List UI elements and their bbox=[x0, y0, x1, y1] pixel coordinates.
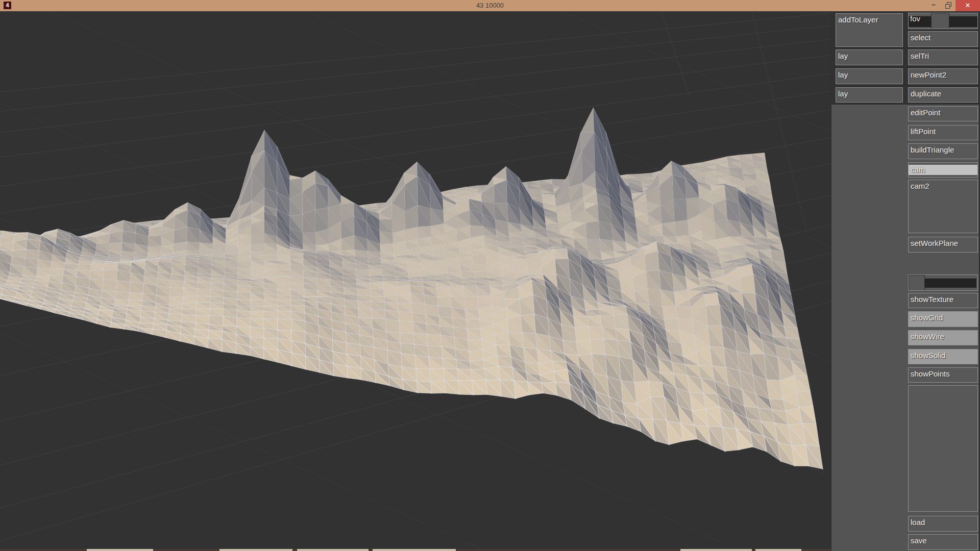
select-button[interactable]: select bbox=[908, 31, 978, 47]
close-button[interactable]: ✕ bbox=[955, 0, 980, 11]
bottom-strip bbox=[0, 549, 831, 551]
save-button[interactable]: save bbox=[908, 534, 978, 550]
strip-segment bbox=[87, 549, 153, 551]
strip-segment bbox=[373, 549, 456, 551]
cam-button[interactable]: cam bbox=[908, 162, 978, 178]
showpoints-toggle[interactable]: showPoints bbox=[908, 367, 978, 383]
lay-button-3[interactable]: lay bbox=[836, 87, 903, 103]
cam-field[interactable]: cam bbox=[909, 165, 977, 175]
strip-segment bbox=[297, 549, 369, 551]
lower-slider[interactable] bbox=[908, 274, 978, 291]
showtexture-toggle[interactable]: showTexture bbox=[908, 293, 978, 308]
editpoint-button[interactable]: editPoint bbox=[908, 106, 978, 121]
fov-slider[interactable]: fov bbox=[908, 13, 978, 29]
fov-slider-handle[interactable] bbox=[931, 13, 949, 29]
showwire-toggle[interactable]: showWire bbox=[908, 330, 978, 345]
cam2-button[interactable]: cam2 bbox=[908, 180, 978, 233]
showsolid-toggle[interactable]: showSolid bbox=[908, 349, 978, 364]
duplicate-button[interactable]: duplicate bbox=[908, 87, 978, 103]
lay-button-2[interactable]: lay bbox=[836, 68, 903, 84]
lay-button-1[interactable]: lay bbox=[836, 49, 903, 65]
lower-slider-track[interactable] bbox=[924, 279, 976, 288]
empty-list-box[interactable] bbox=[908, 385, 978, 512]
viewport-3d-canvas[interactable] bbox=[0, 11, 831, 551]
setworkplane-button[interactable]: setWorkPlane bbox=[908, 237, 978, 253]
showgrid-toggle[interactable]: showGrid bbox=[908, 311, 978, 327]
strip-segment bbox=[755, 549, 801, 551]
lower-slider-handle[interactable] bbox=[909, 275, 925, 291]
maximize-button[interactable] bbox=[941, 0, 955, 11]
load-button[interactable]: load bbox=[908, 516, 978, 532]
add-to-layer-button[interactable]: addToLayer bbox=[836, 13, 903, 47]
minimize-button[interactable]: – bbox=[926, 0, 941, 11]
fov-label: fov bbox=[910, 14, 920, 23]
buildtriangle-button[interactable]: buildTriangle bbox=[908, 143, 978, 159]
strip-segment bbox=[219, 549, 292, 551]
titlebar: 4 43 10000 – ✕ bbox=[0, 0, 980, 11]
liftpoint-button[interactable]: liftPoint bbox=[908, 125, 978, 140]
seltri-button[interactable]: selTri bbox=[908, 49, 978, 65]
newpoint2-button[interactable]: newPoint2 bbox=[908, 68, 978, 84]
restore-icon bbox=[946, 3, 950, 7]
strip-segment bbox=[680, 549, 752, 551]
window-title: 43 10000 bbox=[0, 2, 980, 9]
sidebar: addToLayer lay lay lay fov select selTri… bbox=[831, 11, 980, 551]
